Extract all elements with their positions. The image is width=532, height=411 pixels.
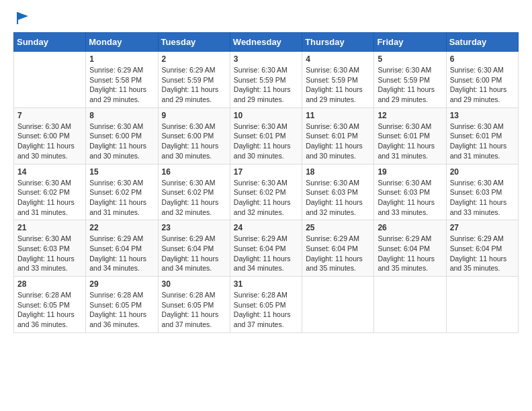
calendar-day-cell: 28Sunrise: 6:28 AMSunset: 6:05 PMDayligh… (14, 277, 86, 333)
calendar-day-cell: 8Sunrise: 6:30 AMSunset: 6:00 PMDaylight… (86, 107, 158, 164)
calendar-day-cell: 19Sunrise: 6:30 AMSunset: 6:03 PMDayligh… (374, 164, 446, 220)
day-number: 2 (162, 54, 226, 64)
calendar-day-header: Sunday (14, 33, 86, 52)
calendar-day-header: Saturday (446, 33, 518, 52)
calendar-day-cell: 18Sunrise: 6:30 AMSunset: 6:03 PMDayligh… (302, 164, 374, 220)
calendar-day-cell: 5Sunrise: 6:30 AMSunset: 5:59 PMDaylight… (374, 52, 446, 108)
day-number: 5 (378, 54, 442, 64)
logo-flag-icon (15, 11, 30, 26)
day-number: 22 (89, 223, 154, 232)
calendar-week-row: 1Sunrise: 6:29 AMSunset: 5:58 PMDaylight… (14, 52, 519, 108)
calendar-day-cell: 25Sunrise: 6:29 AMSunset: 6:04 PMDayligh… (302, 220, 374, 277)
calendar-day-cell: 30Sunrise: 6:28 AMSunset: 6:05 PMDayligh… (158, 277, 230, 333)
day-number: 7 (17, 111, 82, 120)
day-info: Sunrise: 6:30 AMSunset: 5:59 PMDaylight:… (234, 65, 298, 105)
day-number: 18 (306, 167, 370, 177)
calendar-header-row: SundayMondayTuesdayWednesdayThursdayFrid… (14, 33, 519, 52)
day-info: Sunrise: 6:28 AMSunset: 6:05 PMDaylight:… (162, 290, 226, 330)
day-info: Sunrise: 6:30 AMSunset: 6:03 PMDaylight:… (450, 178, 515, 218)
day-number: 29 (89, 279, 154, 289)
calendar-day-cell: 3Sunrise: 6:30 AMSunset: 5:59 PMDaylight… (230, 52, 302, 108)
calendar-day-cell: 1Sunrise: 6:29 AMSunset: 5:58 PMDaylight… (86, 52, 158, 108)
calendar-day-cell (14, 52, 86, 108)
calendar-day-cell: 12Sunrise: 6:30 AMSunset: 6:01 PMDayligh… (374, 107, 446, 164)
day-info: Sunrise: 6:30 AMSunset: 6:00 PMDaylight:… (450, 65, 515, 105)
calendar-day-cell: 13Sunrise: 6:30 AMSunset: 6:01 PMDayligh… (446, 107, 518, 164)
calendar-table: SundayMondayTuesdayWednesdayThursdayFrid… (13, 32, 519, 333)
day-number: 13 (450, 111, 515, 120)
day-number: 19 (378, 167, 442, 177)
day-number: 21 (17, 223, 82, 232)
day-number: 3 (234, 54, 298, 64)
day-info: Sunrise: 6:30 AMSunset: 6:02 PMDaylight:… (89, 178, 154, 218)
calendar-week-row: 28Sunrise: 6:28 AMSunset: 6:05 PMDayligh… (14, 277, 519, 333)
day-info: Sunrise: 6:28 AMSunset: 6:05 PMDaylight:… (89, 290, 154, 330)
calendar-day-cell: 21Sunrise: 6:30 AMSunset: 6:03 PMDayligh… (14, 220, 86, 277)
calendar-day-cell: 27Sunrise: 6:29 AMSunset: 6:04 PMDayligh… (446, 220, 518, 277)
day-number: 14 (17, 167, 82, 177)
calendar-week-row: 7Sunrise: 6:30 AMSunset: 6:00 PMDaylight… (14, 107, 519, 164)
calendar-day-cell: 6Sunrise: 6:30 AMSunset: 6:00 PMDaylight… (446, 52, 518, 108)
day-info: Sunrise: 6:29 AMSunset: 6:04 PMDaylight:… (89, 234, 154, 273)
day-info: Sunrise: 6:30 AMSunset: 6:00 PMDaylight:… (17, 122, 82, 161)
day-number: 27 (450, 223, 515, 232)
day-info: Sunrise: 6:29 AMSunset: 6:04 PMDaylight:… (234, 234, 298, 273)
day-number: 20 (450, 167, 515, 177)
calendar-day-cell: 10Sunrise: 6:30 AMSunset: 6:01 PMDayligh… (230, 107, 302, 164)
day-info: Sunrise: 6:30 AMSunset: 6:00 PMDaylight:… (162, 122, 226, 161)
calendar-week-row: 14Sunrise: 6:30 AMSunset: 6:02 PMDayligh… (14, 164, 519, 220)
day-info: Sunrise: 6:28 AMSunset: 6:05 PMDaylight:… (234, 290, 298, 330)
calendar-day-header: Wednesday (230, 33, 302, 52)
day-info: Sunrise: 6:30 AMSunset: 6:00 PMDaylight:… (89, 122, 154, 161)
svg-marker-0 (17, 12, 28, 20)
calendar-day-cell: 11Sunrise: 6:30 AMSunset: 6:01 PMDayligh… (302, 107, 374, 164)
page-header (13, 13, 519, 26)
day-number: 9 (162, 111, 226, 120)
day-info: Sunrise: 6:30 AMSunset: 6:01 PMDaylight:… (234, 122, 298, 161)
calendar-week-row: 21Sunrise: 6:30 AMSunset: 6:03 PMDayligh… (14, 220, 519, 277)
day-number: 10 (234, 111, 298, 120)
day-info: Sunrise: 6:30 AMSunset: 5:59 PMDaylight:… (378, 65, 442, 105)
calendar-day-cell: 17Sunrise: 6:30 AMSunset: 6:02 PMDayligh… (230, 164, 302, 220)
day-number: 16 (162, 167, 226, 177)
calendar-day-header: Friday (374, 33, 446, 52)
day-number: 15 (89, 167, 154, 177)
day-info: Sunrise: 6:30 AMSunset: 6:02 PMDaylight:… (162, 178, 226, 218)
day-number: 11 (306, 111, 370, 120)
day-info: Sunrise: 6:29 AMSunset: 6:04 PMDaylight:… (162, 234, 226, 273)
day-number: 31 (234, 279, 298, 289)
calendar-day-cell: 29Sunrise: 6:28 AMSunset: 6:05 PMDayligh… (86, 277, 158, 333)
calendar-day-cell: 14Sunrise: 6:30 AMSunset: 6:02 PMDayligh… (14, 164, 86, 220)
day-info: Sunrise: 6:30 AMSunset: 6:01 PMDaylight:… (378, 122, 442, 161)
day-info: Sunrise: 6:30 AMSunset: 6:03 PMDaylight:… (306, 178, 370, 218)
calendar-day-cell: 22Sunrise: 6:29 AMSunset: 6:04 PMDayligh… (86, 220, 158, 277)
day-number: 30 (162, 279, 226, 289)
calendar-day-cell: 24Sunrise: 6:29 AMSunset: 6:04 PMDayligh… (230, 220, 302, 277)
day-info: Sunrise: 6:30 AMSunset: 6:02 PMDaylight:… (234, 178, 298, 218)
day-number: 23 (162, 223, 226, 232)
day-info: Sunrise: 6:29 AMSunset: 5:59 PMDaylight:… (162, 65, 226, 105)
calendar-day-cell: 2Sunrise: 6:29 AMSunset: 5:59 PMDaylight… (158, 52, 230, 108)
day-info: Sunrise: 6:29 AMSunset: 5:58 PMDaylight:… (89, 65, 154, 105)
calendar-day-cell: 9Sunrise: 6:30 AMSunset: 6:00 PMDaylight… (158, 107, 230, 164)
day-number: 26 (378, 223, 442, 232)
day-info: Sunrise: 6:30 AMSunset: 6:01 PMDaylight:… (450, 122, 515, 161)
calendar-day-header: Monday (86, 33, 158, 52)
day-number: 6 (450, 54, 515, 64)
calendar-day-cell (374, 277, 446, 333)
calendar-day-cell (302, 277, 374, 333)
day-number: 17 (234, 167, 298, 177)
calendar-day-cell: 7Sunrise: 6:30 AMSunset: 6:00 PMDaylight… (14, 107, 86, 164)
day-info: Sunrise: 6:29 AMSunset: 6:04 PMDaylight:… (378, 234, 442, 273)
day-number: 25 (306, 223, 370, 232)
day-number: 28 (17, 279, 82, 289)
day-info: Sunrise: 6:29 AMSunset: 6:04 PMDaylight:… (306, 234, 370, 273)
calendar-day-cell: 31Sunrise: 6:28 AMSunset: 6:05 PMDayligh… (230, 277, 302, 333)
day-info: Sunrise: 6:30 AMSunset: 5:59 PMDaylight:… (306, 65, 370, 105)
logo (13, 13, 30, 26)
day-info: Sunrise: 6:28 AMSunset: 6:05 PMDaylight:… (17, 290, 82, 330)
calendar-day-cell (446, 277, 518, 333)
calendar-day-cell: 26Sunrise: 6:29 AMSunset: 6:04 PMDayligh… (374, 220, 446, 277)
day-info: Sunrise: 6:30 AMSunset: 6:02 PMDaylight:… (17, 178, 82, 218)
calendar-day-header: Thursday (302, 33, 374, 52)
